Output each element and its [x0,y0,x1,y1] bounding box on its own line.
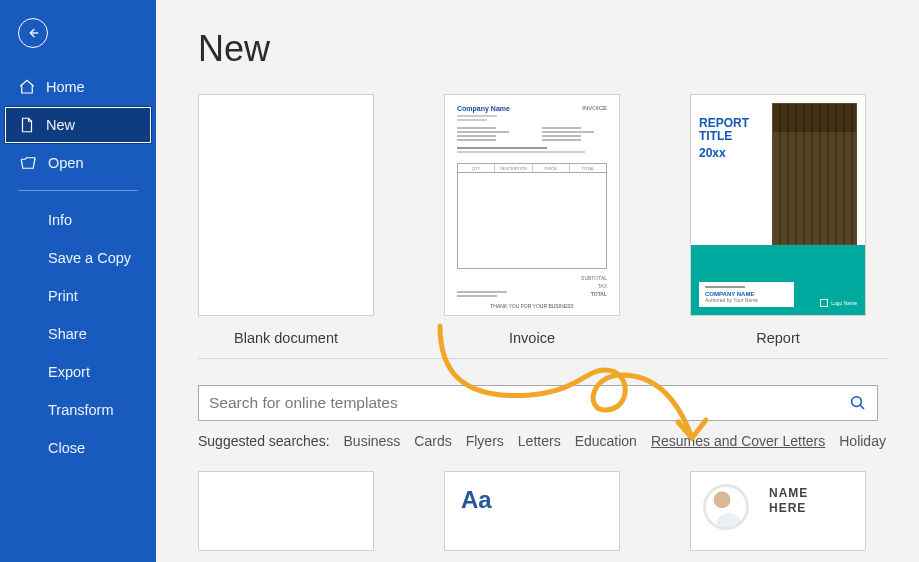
template-row: Blank document Company Name INVOICE [198,94,887,359]
template-thumb: REPORT TITLE 20xx COMPANY NAME Authored … [690,94,866,316]
template-search[interactable] [198,385,878,421]
invoice-label: INVOICE [582,105,607,121]
template-report[interactable]: REPORT TITLE 20xx COMPANY NAME Authored … [690,94,866,346]
template-preview-resume[interactable]: NAME HERE [690,471,866,551]
nav-save-a-copy[interactable]: Save a Copy [0,239,156,277]
nav-export[interactable]: Export [0,353,156,391]
suggest-business[interactable]: Business [344,433,401,449]
arrow-left-icon [25,25,41,41]
template-caption: Report [756,330,800,346]
report-author: Authored by Your Name [705,297,788,303]
nav-share[interactable]: Share [0,315,156,353]
svg-point-1 [852,397,862,407]
nav-print[interactable]: Print [0,277,156,315]
svg-line-2 [860,405,864,409]
nav-close[interactable]: Close [0,429,156,467]
page-title: New [198,28,887,70]
search-input[interactable] [209,394,849,412]
back-button[interactable] [18,18,48,48]
template-thumb: Company Name INVOICE QTYDESCRIPTIONPRICE… [444,94,620,316]
resume-name: NAME HERE [769,486,808,550]
template-row-2: Aa NAME HERE [198,471,887,551]
report-title1: REPORT TITLE [699,117,766,143]
nav-label: Home [46,79,85,95]
suggested-searches: Suggested searches: Business Cards Flyer… [198,433,887,449]
folder-open-icon [18,154,38,172]
sidebar-divider [18,190,138,191]
template-preview[interactable] [198,471,374,551]
invoice-company: Company Name [457,105,510,112]
suggest-flyers[interactable]: Flyers [466,433,504,449]
suggest-holiday[interactable]: Holiday [839,433,886,449]
home-icon [18,78,36,96]
nav-label: Open [48,155,83,171]
search-icon[interactable] [849,394,867,412]
suggest-education[interactable]: Education [575,433,637,449]
template-caption: Blank document [234,330,338,346]
template-thumb [198,94,374,316]
avatar [703,484,749,530]
suggest-cards[interactable]: Cards [414,433,451,449]
backstage-sidebar: Home New Open Info Save a Copy Print Sha… [0,0,156,562]
nav-label: New [46,117,75,133]
nav-new[interactable]: New [4,106,152,144]
suggest-resumes-cover-letters[interactable]: Resumes and Cover Letters [651,433,825,449]
template-preview-font[interactable]: Aa [444,471,620,551]
template-blank-document[interactable]: Blank document [198,94,374,346]
building-image [772,103,857,245]
nav-home[interactable]: Home [0,68,156,106]
document-icon [18,116,36,134]
template-invoice[interactable]: Company Name INVOICE QTYDESCRIPTIONPRICE… [444,94,620,346]
nav-transform[interactable]: Transform [0,391,156,429]
nav-open[interactable]: Open [0,144,156,182]
logo-name: Logo Name [831,300,857,306]
content-area: New Blank document Company Name INVOICE [156,0,919,562]
template-caption: Invoice [509,330,555,346]
report-title2: 20xx [699,147,766,160]
suggest-letters[interactable]: Letters [518,433,561,449]
suggest-label: Suggested searches: [198,433,330,449]
nav-info[interactable]: Info [0,201,156,239]
